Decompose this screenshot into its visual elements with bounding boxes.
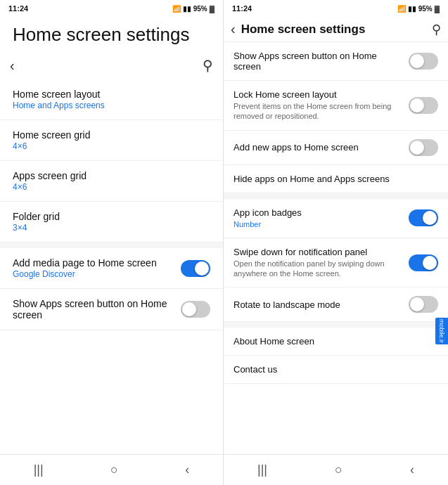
show-apps-screen-toggle[interactable]: [409, 53, 438, 70]
left-search-button[interactable]: ⚲: [203, 57, 213, 74]
right-status-icons: 📶 ▮▮ 95% ▓: [397, 5, 440, 13]
rotate-landscape-toggle[interactable]: [409, 296, 438, 313]
add-new-apps-toggle[interactable]: [409, 139, 438, 156]
home-button[interactable]: ○: [110, 463, 118, 477]
battery-icon: ▓: [210, 5, 215, 13]
left-settings-list: Home screen layout Home and Apps screens…: [0, 79, 223, 454]
right-battery-text: 95%: [418, 5, 433, 13]
left-back-button[interactable]: ‹: [10, 58, 15, 74]
right-search-button[interactable]: ⚲: [432, 22, 441, 37]
right-back-button[interactable]: ‹: [231, 21, 236, 37]
wifi-icon: 📶: [172, 5, 181, 13]
add-media-toggle[interactable]: [181, 260, 210, 277]
list-item[interactable]: About Home screen: [224, 328, 448, 356]
right-divider-1: [224, 193, 448, 199]
right-back-nav-button[interactable]: ‹: [410, 463, 414, 477]
right-signal-icon: ▮▮: [408, 5, 416, 13]
right-divider-2: [224, 322, 448, 328]
show-apps-button-toggle-left[interactable]: [181, 301, 210, 318]
right-home-button[interactable]: ○: [335, 463, 343, 477]
right-bottom-nav: ||| ○ ‹: [224, 454, 448, 485]
right-time: 11:24: [232, 4, 252, 13]
list-item[interactable]: Add new apps to Home screen: [224, 131, 448, 165]
list-item[interactable]: Show Apps screen button on Home screen: [0, 289, 223, 330]
left-bottom-nav: ||| ○ ‹: [0, 454, 223, 485]
app-icon-badges-toggle[interactable]: [409, 209, 438, 226]
right-header: ‹ Home screen settings ⚲: [224, 17, 448, 42]
list-item[interactable]: Swipe down for notification panel Open t…: [224, 238, 448, 288]
right-settings-list: Show Apps screen button on Home screen L…: [224, 42, 448, 454]
battery-text: 95%: [193, 5, 207, 13]
lock-home-screen-toggle[interactable]: [409, 97, 438, 114]
list-item[interactable]: Rotate to landscape mode: [224, 287, 448, 322]
list-item[interactable]: Home screen layout Home and Apps screens: [0, 79, 223, 120]
recent-apps-button[interactable]: |||: [34, 463, 44, 477]
list-item[interactable]: Contact us: [224, 356, 448, 384]
list-item[interactable]: Apps screen grid 4×6: [0, 161, 223, 202]
back-button[interactable]: ‹: [185, 463, 189, 477]
right-page-title: Home screen settings: [241, 22, 432, 37]
list-item[interactable]: Add media page to Home screen Google Dis…: [0, 248, 223, 289]
left-status-icons: 📶 ▮▮ 95% ▓: [172, 5, 215, 13]
right-recent-button[interactable]: |||: [257, 463, 267, 477]
left-title-area: Home screen settings: [0, 17, 223, 51]
list-item[interactable]: Show Apps screen button on Home screen: [224, 42, 448, 81]
left-status-bar: 11:24 📶 ▮▮ 95% ▓: [0, 0, 223, 17]
left-page-title: Home screen settings: [13, 24, 210, 46]
swipe-down-toggle[interactable]: [409, 254, 438, 271]
right-wifi-icon: 📶: [397, 5, 406, 13]
signal-icon: ▮▮: [183, 5, 191, 13]
left-time: 11:24: [8, 4, 28, 13]
left-nav: ‹ ⚲: [0, 51, 223, 79]
right-panel: 11:24 📶 ▮▮ 95% ▓ ‹ Home screen settings …: [224, 0, 448, 485]
list-item[interactable]: Home screen grid 4×6: [0, 120, 223, 161]
watermark: mobile.ir: [435, 318, 448, 344]
list-item[interactable]: App icon badges Number: [224, 199, 448, 238]
right-battery-icon: ▓: [435, 5, 440, 13]
list-item[interactable]: Lock Home screen layout Prevent items on…: [224, 81, 448, 131]
list-item[interactable]: Folder grid 3×4: [0, 202, 223, 242]
left-divider: [0, 242, 223, 248]
left-panel: 11:24 📶 ▮▮ 95% ▓ Home screen settings ‹ …: [0, 0, 224, 485]
list-item[interactable]: Hide apps on Home and Apps screens: [224, 165, 448, 193]
right-status-bar: 11:24 📶 ▮▮ 95% ▓: [224, 0, 448, 17]
